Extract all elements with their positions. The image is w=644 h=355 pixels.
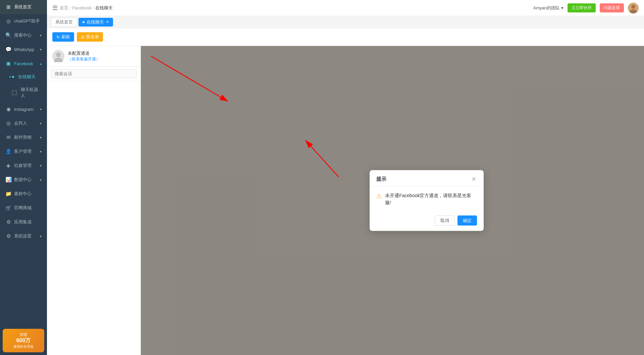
sidebar-item-social[interactable]: ◈ 社媒管理 ▾: [0, 159, 47, 173]
huibang-icon: ◎: [5, 120, 11, 126]
refresh-button[interactable]: ↻ 刷新: [52, 32, 74, 42]
whatsapp-icon: 💬: [5, 46, 11, 52]
breadcrumb: 首页 / Facebook / 在线聊天: [60, 5, 113, 11]
channel-avatar: [52, 50, 64, 62]
banner-line2: 600万: [6, 337, 41, 344]
blacklist-icon: ⊘: [81, 35, 85, 40]
modal-title: 提示: [376, 176, 386, 182]
channel-name: 未配置通道: [68, 50, 100, 56]
tab-home[interactable]: 系统首页: [51, 18, 77, 27]
warning-icon: ⚠: [376, 192, 382, 200]
blacklist-button[interactable]: ⊘ 黑名单: [77, 32, 103, 42]
sidebar-item-email[interactable]: ✉ 邮件营销 ▾: [0, 130, 47, 144]
team-selector[interactable]: Amyan的团队 ▾: [533, 5, 564, 11]
team-chevron-icon: ▾: [561, 5, 564, 10]
modal-close-button[interactable]: ✕: [470, 176, 477, 182]
channel-link[interactable]: （联系客服开通）: [68, 56, 100, 62]
customer-chevron: ▾: [40, 150, 42, 153]
banner-line1: 拼团: [6, 332, 41, 337]
breadcrumb-sep2: /: [93, 5, 94, 10]
banner-line3: 邀请好友受益: [6, 344, 41, 349]
chat-list-area: [47, 81, 141, 355]
tab-online-chat[interactable]: 在线聊天 ✕: [78, 18, 113, 27]
sidebar-item-instagram[interactable]: ◉ Instagram ▾: [0, 102, 47, 116]
bottom-banner[interactable]: 拼团 600万 邀请好友受益: [3, 329, 44, 352]
sidebar-item-online-chat[interactable]: 在线聊天: [0, 71, 47, 83]
chat-bot-icon: [12, 90, 17, 95]
sidebar-item-settings[interactable]: ⚙ 系统设置 ▾: [0, 229, 47, 243]
store-icon: 🛒: [5, 205, 11, 211]
modal-footer: 取消 确定: [370, 212, 484, 231]
social-icon: ◈: [5, 163, 11, 169]
tab-home-label: 系统首页: [55, 19, 73, 25]
sidebar-item-facebook[interactable]: ▣ Facebook ▴: [0, 56, 47, 71]
refresh-label: 刷新: [61, 34, 70, 40]
sidebar-item-customer[interactable]: 👤 客户管理 ▾: [0, 144, 47, 159]
sidebar-item-chat-bot[interactable]: 聊天机器人: [0, 83, 47, 102]
search-input[interactable]: [51, 69, 137, 78]
apps-icon: ⚙: [5, 219, 11, 225]
online-chat-dot: [12, 76, 14, 78]
actionbar: ↻ 刷新 ⊘ 黑名单: [47, 28, 644, 46]
modal-header: 提示 ✕: [370, 170, 484, 187]
right-area: 提示 ✕ ⚠ 未开通Facebook官方通道，请联系星光客服! 取消 确定: [141, 46, 644, 355]
data-icon: 📊: [5, 177, 11, 183]
customer-icon: 👤: [5, 148, 11, 154]
sidebar-item-dashboard[interactable]: ⊞ 系统首页: [0, 0, 47, 14]
settings-chevron: ▾: [40, 234, 42, 238]
tab-chat-dot: [83, 21, 85, 23]
tab-chat-label: 在线聊天: [87, 19, 104, 25]
sidebar-item-material[interactable]: 📁 素材中心: [0, 187, 47, 201]
chatgpt-icon: ◎: [5, 18, 11, 24]
search-chevron: ▾: [40, 34, 42, 37]
search-icon: 🔍: [5, 32, 11, 38]
material-icon: 📁: [5, 191, 11, 197]
channel-info: 未配置通道 （联系客服开通）: [68, 50, 100, 62]
data-chevron: ▾: [40, 178, 42, 182]
confirm-button[interactable]: 确定: [458, 216, 477, 226]
main-content: ☰ 首页 / Facebook / 在线聊天 Amyan的团队 ▾ 立立即伙伴 …: [47, 0, 644, 355]
sidebar-item-data[interactable]: 📊 数据中心 ▾: [0, 173, 47, 187]
topbar-right: Amyan的团队 ▾ 立立即伙伴 问题反馈: [533, 3, 639, 13]
svg-point-1: [631, 5, 635, 9]
modal-dialog: 提示 ✕ ⚠ 未开通Facebook官方通道，请联系星光客服! 取消 确定: [370, 170, 484, 231]
refresh-icon: ↻: [56, 35, 60, 40]
email-icon: ✉: [5, 134, 11, 140]
breadcrumb-current: 在线聊天: [95, 5, 113, 11]
cancel-button[interactable]: 取消: [435, 216, 455, 226]
sidebar-item-huibang[interactable]: ◎ 会邦人 ▾: [0, 116, 47, 130]
sidebar-item-apps[interactable]: ⚙ 应用集成: [0, 215, 47, 229]
facebook-icon: ▣: [5, 60, 11, 66]
huibang-chevron: ▾: [40, 122, 42, 125]
hamburger-button[interactable]: ☰: [52, 4, 58, 12]
feedback-button[interactable]: 问题反馈: [600, 3, 624, 12]
modal-body: ⚠ 未开通Facebook官方通道，请联系星光客服!: [370, 187, 484, 212]
dashboard-icon: ⊞: [5, 4, 11, 10]
instagram-chevron: ▾: [40, 107, 42, 111]
sidebar: ⊞ 系统首页 ◎ chatGPT助手 🔍 搜索中心 ▾ 💬 WhatsApp ▾…: [0, 0, 47, 355]
tab-chat-close-icon[interactable]: ✕: [106, 20, 109, 24]
content-area: 未配置通道 （联系客服开通） 提示 ✕: [47, 46, 644, 355]
tabbar: 系统首页 在线聊天 ✕: [47, 16, 644, 28]
email-chevron: ▾: [40, 136, 42, 139]
sidebar-item-chatgpt[interactable]: ◎ chatGPT助手: [0, 14, 47, 28]
avatar[interactable]: [628, 3, 639, 13]
blacklist-label: 黑名单: [86, 34, 99, 40]
chat-panel: 未配置通道 （联系客服开通）: [47, 46, 141, 355]
modal-message: 未开通Facebook官方通道，请联系星光客服!: [385, 192, 477, 206]
chat-search: [47, 66, 141, 81]
facebook-chevron: ▴: [40, 62, 42, 65]
topbar: ☰ 首页 / Facebook / 在线聊天 Amyan的团队 ▾ 立立即伙伴 …: [47, 0, 644, 16]
whatsapp-chevron: ▾: [40, 48, 42, 51]
sidebar-item-store[interactable]: 🛒 官网商城: [0, 201, 47, 215]
breadcrumb-home[interactable]: 首页: [60, 5, 68, 11]
settings-icon: ⚙: [5, 233, 11, 239]
chat-panel-header: 未配置通道 （联系客服开通）: [47, 46, 141, 66]
breadcrumb-parent[interactable]: Facebook: [72, 5, 92, 10]
avatar-image: [628, 3, 639, 13]
add-member-button[interactable]: 立立即伙伴: [568, 3, 596, 12]
social-chevron: ▾: [40, 164, 42, 168]
sidebar-item-search[interactable]: 🔍 搜索中心 ▾: [0, 28, 47, 42]
team-name: Amyan的团队: [533, 5, 560, 11]
sidebar-item-whatsapp[interactable]: 💬 WhatsApp ▾: [0, 42, 47, 56]
